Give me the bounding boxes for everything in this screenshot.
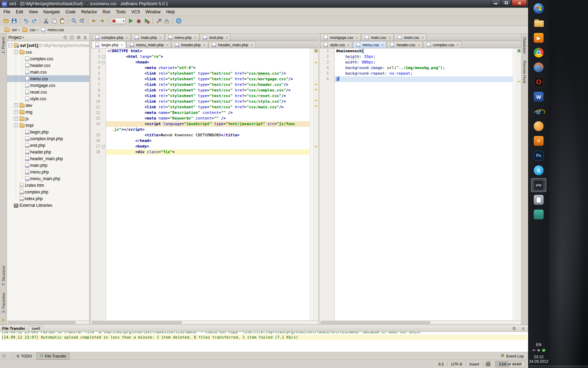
left-editor-horizontal-scrollbar[interactable]: [91, 320, 318, 325]
tree-item-menu-php[interactable]: menu.php: [7, 169, 89, 175]
stripe-mark[interactable]: [315, 100, 317, 101]
scrollbar-thumb[interactable]: [92, 321, 182, 324]
media-player-icon[interactable]: ▶: [531, 31, 546, 45]
menu-refactor[interactable]: Refactor: [78, 8, 100, 16]
tree-item-css[interactable]: −css: [7, 49, 89, 55]
export-icon[interactable]: [163, 17, 171, 25]
transfer-settings-gear-icon[interactable]: [511, 326, 517, 331]
tree-item-1ndex-htm[interactable]: 1ndex.htm: [7, 182, 89, 189]
breadcrumb-item-css[interactable]: css: [20, 27, 37, 32]
close-icon[interactable]: ×: [166, 43, 168, 47]
close-icon[interactable]: ×: [126, 35, 128, 40]
paste-icon[interactable]: [58, 17, 66, 25]
photoshop-icon[interactable]: Ps: [531, 149, 546, 163]
hide-panel-icon[interactable]: [520, 326, 526, 331]
stripe-mark[interactable]: [315, 146, 317, 147]
close-icon[interactable]: ×: [422, 35, 424, 40]
left-editor-editor-body[interactable]: 12−3−4567891011121314151617−18<!DOCTYPE …: [91, 48, 318, 320]
tab-end-php[interactable]: end.php×: [200, 34, 231, 41]
opera-icon[interactable]: O: [531, 75, 546, 89]
antivirus-tray-icon[interactable]: [542, 348, 546, 353]
collapse-all-button[interactable]: [69, 35, 75, 40]
start-button[interactable]: [531, 1, 546, 15]
close-icon[interactable]: ×: [194, 35, 196, 40]
tree-item-main-css[interactable]: main.css: [7, 69, 89, 75]
close-icon[interactable]: ×: [418, 43, 420, 47]
help-icon[interactable]: ?: [175, 17, 183, 25]
minimize-button[interactable]: [491, 0, 501, 6]
skype-icon[interactable]: S: [531, 163, 546, 177]
chrome-icon[interactable]: [531, 46, 546, 60]
tab-reset-css[interactable]: reset.css×: [394, 34, 427, 41]
menu-vcs[interactable]: VCS: [128, 8, 143, 16]
tab-style-css[interactable]: style.css×: [320, 41, 352, 48]
tab-menu_main-php[interactable]: menu_main.php×: [126, 41, 171, 48]
tree-item-img[interactable]: +img: [7, 109, 89, 115]
orange-app-icon-1[interactable]: [531, 119, 546, 133]
menu-navigate[interactable]: Navigate: [41, 8, 63, 16]
tree-item-reset-css[interactable]: reset.css: [7, 89, 89, 95]
tab-main-php[interactable]: main.php×: [131, 34, 164, 41]
find-icon[interactable]: [70, 17, 78, 25]
app-icon-15[interactable]: [531, 207, 546, 222]
tree-item-style-css[interactable]: style.css: [7, 95, 89, 102]
menu-file[interactable]: File: [1, 8, 13, 16]
cut-icon[interactable]: [42, 17, 50, 25]
tab-header-php[interactable]: header.php×: [172, 41, 208, 48]
show-desktop-button[interactable]: [528, 366, 588, 368]
run-icon[interactable]: [127, 17, 135, 25]
fold-icon[interactable]: −: [102, 145, 105, 148]
close-icon[interactable]: ×: [382, 43, 384, 47]
file-encoding[interactable]: UTF-8: [448, 362, 465, 366]
stripe-mark[interactable]: [315, 89, 317, 90]
orange-app-icon-2[interactable]: [531, 134, 546, 148]
close-icon[interactable]: ×: [159, 35, 161, 40]
panel-settings-button[interactable]: [76, 35, 81, 40]
tree-item-complex-tmpl-php[interactable]: complex.tmpl.php: [7, 135, 89, 142]
stripe-mark[interactable]: [315, 84, 317, 85]
menu-window[interactable]: Window: [143, 8, 163, 16]
project-scrollbar[interactable]: [7, 320, 89, 325]
close-icon[interactable]: ×: [356, 35, 358, 40]
language-indicator[interactable]: EN: [534, 342, 543, 347]
app-icon-14[interactable]: [531, 193, 546, 207]
back-icon[interactable]: [90, 17, 98, 25]
right-editor-error-stripe[interactable]: [517, 48, 521, 320]
tab-mortgage-css[interactable]: mortgage.css×: [320, 34, 360, 41]
tool-button-project[interactable]: 1: Project: [0, 34, 6, 57]
tree-item-dev[interactable]: +dev: [7, 102, 89, 109]
tab-menu-css[interactable]: menu.css×: [353, 41, 387, 48]
maximize-button[interactable]: [501, 0, 511, 6]
phpstorm-taskbar-icon[interactable]: php: [531, 178, 546, 192]
tree-item-menu_main-php[interactable]: menu_main.php: [7, 175, 89, 182]
tool-button-favorites[interactable]: 2: Favorites: [0, 289, 7, 316]
close-icon[interactable]: ×: [457, 43, 459, 47]
right-editor-vertical-scrollbar[interactable]: [513, 48, 517, 320]
tree-item-tmpl[interactable]: −tmpl: [7, 122, 89, 129]
taskbar-clock[interactable]: 23:12 24.09.2012: [529, 355, 548, 364]
right-editor-editor-body[interactable]: 123456#mainmenush{ heigth: 33px; width: …: [320, 48, 521, 320]
close-icon[interactable]: ×: [203, 43, 205, 47]
scrollbar-thumb[interactable]: [320, 321, 430, 324]
tree-expander-icon[interactable]: −: [8, 43, 12, 47]
left-editor-vertical-scrollbar[interactable]: [310, 48, 314, 320]
tree-item-mortgage-css[interactable]: mortgage.css: [7, 82, 89, 89]
breadcrumb-item-svl[interactable]: svl: [2, 27, 18, 32]
read-only-lock-icon[interactable]: [486, 362, 490, 366]
tab-complex-php[interactable]: complex.php×: [92, 34, 131, 41]
file-transfer-server-tab[interactable]: swell: [28, 326, 43, 331]
caret-position[interactable]: 6:2: [435, 362, 447, 366]
favorites-star-icon[interactable]: ★: [1, 316, 5, 325]
menu-tools[interactable]: Tools: [113, 8, 128, 16]
tab-main-css[interactable]: main.css×: [361, 34, 394, 41]
stripe-mark[interactable]: [315, 62, 317, 63]
close-icon[interactable]: ×: [251, 43, 253, 47]
forward-icon[interactable]: [98, 17, 106, 25]
redo-icon[interactable]: [30, 17, 38, 25]
tree-item-svl-svl1-[interactable]: −svl [svl1] (D:\MyFiles\prg\html\svl\tas…: [7, 42, 89, 49]
left-editor-code-area[interactable]: <!DOCTYPE html> <html lang="ru"> <head> …: [106, 48, 310, 320]
copy-icon[interactable]: [50, 17, 58, 25]
tool-button-database[interactable]: Database: [522, 34, 528, 57]
hide-panel-button[interactable]: [82, 35, 88, 40]
chevron-down-icon[interactable]: ▾: [22, 36, 24, 39]
